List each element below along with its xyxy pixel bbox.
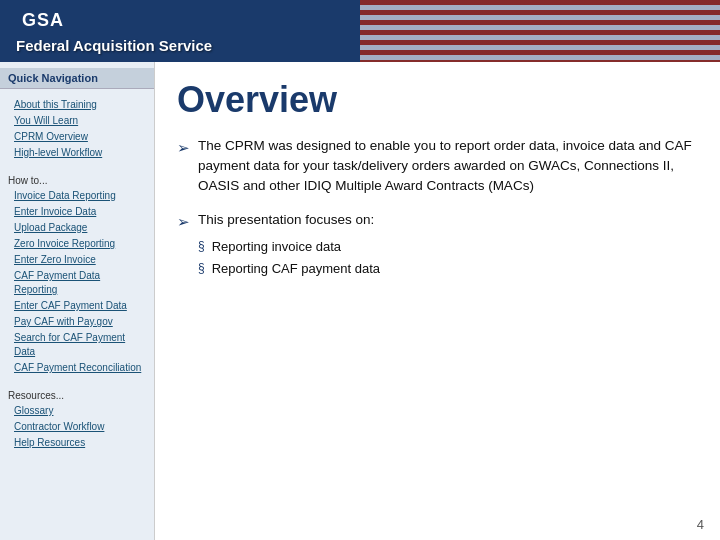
sidebar-title: Quick Navigation — [0, 68, 154, 89]
sub-bullet-1: § Reporting invoice data — [198, 237, 380, 257]
header: GSA Federal Acquisition Service — [0, 0, 720, 62]
bullet-1-text: The CPRM was designed to enable you to r… — [198, 136, 692, 197]
page-number: 4 — [697, 517, 704, 532]
sidebar-link-cprm-overview[interactable]: CPRM Overview — [0, 129, 154, 145]
sub-bullet-marker-2: § — [198, 259, 205, 277]
bullet-1: ➢ The CPRM was designed to enable you to… — [177, 136, 692, 197]
sidebar-section-resources: Resources... Glossary Contractor Workflo… — [0, 386, 154, 455]
sidebar-link-pay-caf[interactable]: Pay CAF with Pay.gov — [0, 314, 154, 330]
sidebar-link-about[interactable]: About this Training — [0, 97, 154, 113]
bullet-2-text: This presentation focuses on: — [198, 212, 374, 227]
gsa-logo: GSA — [16, 10, 70, 31]
gsa-logo-text: GSA — [16, 8, 70, 32]
sidebar-link-youwilllearn[interactable]: You Will Learn — [0, 113, 154, 129]
body-layout: Quick Navigation About this Training You… — [0, 62, 720, 540]
sidebar-section-howto: How to... Invoice Data Reporting Enter I… — [0, 171, 154, 380]
bullet-arrow-2: ➢ — [177, 211, 190, 234]
sidebar-link-enter-caf[interactable]: Enter CAF Payment Data — [0, 298, 154, 314]
page-title: Overview — [177, 80, 692, 120]
sidebar-label-howto: How to... — [0, 173, 154, 188]
header-title: Federal Acquisition Service — [16, 37, 212, 54]
bullet-2-content: This presentation focuses on: § Reportin… — [198, 210, 380, 281]
sidebar: Quick Navigation About this Training You… — [0, 62, 155, 540]
sub-bullet-marker-1: § — [198, 237, 205, 255]
page-wrapper: GSA Federal Acquisition Service Quick Na… — [0, 0, 720, 540]
sub-bullet-1-text: Reporting invoice data — [212, 237, 341, 257]
sidebar-link-zero-reporting[interactable]: Zero Invoice Reporting — [0, 236, 154, 252]
sub-bullets: § Reporting invoice data § Reporting CAF… — [198, 237, 380, 279]
sidebar-link-caf-reconciliation[interactable]: CAF Payment Reconciliation — [0, 360, 154, 376]
sidebar-link-enter-invoice[interactable]: Enter Invoice Data — [0, 204, 154, 220]
sidebar-link-contractor-workflow[interactable]: Contractor Workflow — [0, 419, 154, 435]
sidebar-link-caf-reporting[interactable]: CAF Payment Data Reporting — [0, 268, 154, 298]
sidebar-section-top: About this Training You Will Learn CPRM … — [0, 95, 154, 165]
main-content: Overview ➢ The CPRM was designed to enab… — [155, 62, 720, 540]
sub-bullet-2-text: Reporting CAF payment data — [212, 259, 380, 279]
sidebar-link-help[interactable]: Help Resources — [0, 435, 154, 451]
bullet-2: ➢ This presentation focuses on: § Report… — [177, 210, 692, 281]
sidebar-label-resources: Resources... — [0, 388, 154, 403]
sidebar-link-search-caf[interactable]: Search for CAF Payment Data — [0, 330, 154, 360]
sidebar-link-invoice-reporting[interactable]: Invoice Data Reporting — [0, 188, 154, 204]
sub-bullet-2: § Reporting CAF payment data — [198, 259, 380, 279]
content-bullets: ➢ The CPRM was designed to enable you to… — [177, 136, 692, 282]
sidebar-link-glossary[interactable]: Glossary — [0, 403, 154, 419]
flag-decoration — [360, 0, 720, 62]
bullet-arrow-1: ➢ — [177, 137, 190, 160]
sidebar-link-upload-package[interactable]: Upload Package — [0, 220, 154, 236]
sidebar-link-workflow[interactable]: High-level Workflow — [0, 145, 154, 161]
sidebar-link-enter-zero[interactable]: Enter Zero Invoice — [0, 252, 154, 268]
